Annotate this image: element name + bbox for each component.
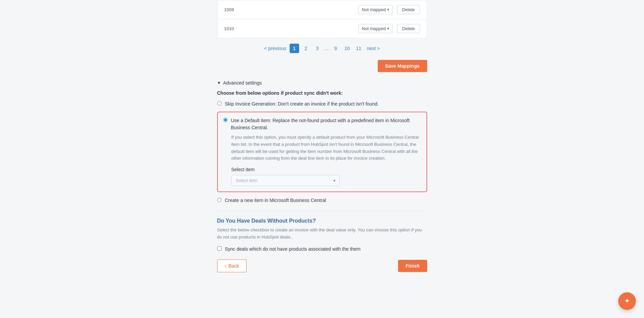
default-item-radio[interactable]	[223, 118, 228, 122]
default-item-label: Use a Default item: Replace the not-foun…	[231, 117, 421, 131]
triangle-icon: ▼	[217, 81, 221, 85]
sync-deals-option: Sync deals which do not have products as…	[217, 246, 427, 253]
back-button[interactable]: ‹ Back	[217, 259, 247, 272]
sync-deals-checkbox[interactable]	[217, 246, 222, 251]
row-id-1009: 1009	[224, 7, 245, 12]
chevron-down-icon: ▾	[333, 178, 335, 183]
section-divider	[217, 211, 427, 211]
not-mapped-dropdown-1010[interactable]: Not mapped	[358, 24, 393, 33]
select-item-placeholder: Select item	[236, 178, 257, 183]
sync-deals-label: Sync deals which do not have products as…	[225, 246, 361, 253]
bottom-buttons: ‹ Back Finish	[217, 259, 427, 272]
deals-section: Do You Have Deals Without Products? Sele…	[217, 218, 427, 253]
skip-invoice-label: Skip Invoice Generation: Don't create an…	[225, 100, 379, 108]
delete-button-1009[interactable]: Delete	[397, 5, 420, 14]
skip-invoice-option: Skip Invoice Generation: Don't create an…	[217, 100, 427, 108]
default-item-option: Use a Default item: Replace the not-foun…	[223, 117, 421, 131]
select-item-dropdown[interactable]: Select item ▾	[231, 175, 340, 186]
mapping-table: 1009 Not mapped Delete 1010 Not mapped D…	[217, 0, 427, 38]
not-mapped-dropdown-1009[interactable]: Not mapped	[358, 5, 393, 14]
row-id-1010: 1010	[224, 26, 245, 31]
table-row: 1010 Not mapped Delete	[217, 19, 427, 38]
advanced-settings-section: ▼ Advanced settings Choose from below op…	[217, 80, 427, 204]
page-10[interactable]: 10	[342, 44, 352, 53]
deals-title: Do You Have Deals Without Products?	[217, 218, 427, 224]
deals-description: Select the below checkbox to create an i…	[217, 227, 427, 241]
page-2[interactable]: 2	[301, 44, 311, 53]
fab-icon: ✦	[624, 297, 630, 305]
fab-button[interactable]: ✦	[618, 292, 636, 310]
delete-button-1010[interactable]: Delete	[397, 24, 420, 33]
finish-button[interactable]: Finish	[398, 260, 427, 272]
page-1[interactable]: 1	[290, 44, 299, 53]
page-11[interactable]: 11	[354, 44, 363, 53]
row-right-1009: Not mapped Delete	[358, 5, 420, 14]
page-dots: …	[324, 46, 329, 51]
skip-invoice-radio[interactable]	[217, 101, 222, 106]
save-mappings-row: Save Mappings	[217, 60, 427, 72]
save-mappings-button[interactable]: Save Mappings	[378, 60, 427, 72]
table-row: 1009 Not mapped Delete	[217, 0, 427, 19]
default-item-description: If you select this option, you must spec…	[231, 134, 421, 162]
back-arrow-icon: ‹	[225, 263, 227, 269]
page-3[interactable]: 3	[313, 44, 322, 53]
pagination-previous[interactable]: < previous	[263, 45, 288, 52]
back-label: Back	[228, 263, 239, 269]
advanced-settings-toggle[interactable]: ▼ Advanced settings	[217, 80, 427, 86]
choose-label: Choose from below options if product syn…	[217, 90, 427, 96]
pagination: < previous 1 2 3 … 9 10 11 next >	[217, 44, 427, 53]
create-item-radio[interactable]	[217, 198, 222, 202]
select-item-label: Select item	[231, 167, 421, 172]
create-item-option: Create a new item in Microsoft Business …	[217, 197, 427, 204]
advanced-toggle-label: Advanced settings	[223, 80, 262, 86]
pagination-next[interactable]: next >	[366, 45, 381, 52]
create-item-label: Create a new item in Microsoft Business …	[225, 197, 326, 204]
row-right-1010: Not mapped Delete	[358, 24, 420, 33]
page-9[interactable]: 9	[331, 44, 340, 53]
default-item-box: Use a Default item: Replace the not-foun…	[217, 112, 427, 192]
